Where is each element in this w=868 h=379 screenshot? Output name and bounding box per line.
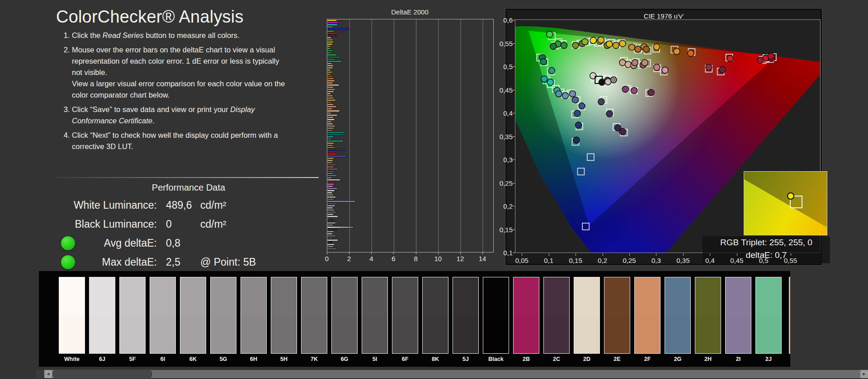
swatch-5G[interactable] [210,277,236,354]
swatch-actual [726,277,751,315]
swatch-2I[interactable] [725,277,751,354]
metric-extra: @ Point: 5B [200,256,329,268]
error-bar [327,82,333,84]
right-arrow-icon: ► [862,371,867,376]
swatch-Black[interactable] [483,277,509,354]
measured-point [582,38,588,45]
error-bar [327,250,332,252]
swatch-2G[interactable] [665,277,691,354]
cie-x-tick-label: 0,4 [705,257,715,264]
swatch-label: 2J [753,356,784,362]
axis-tick-label: 0 [325,255,329,262]
error-bar [327,84,339,86]
swatch-2B[interactable] [513,277,539,354]
performance-rows: White Luminance:489,6cd/m²Black Luminanc… [48,196,329,271]
swatch-label: 6G [329,356,360,362]
color-comparator: Actual Target White6J5F6I6K5G6H5H7K6G5I6… [39,271,790,367]
error-bar [327,56,340,58]
swatch-2J[interactable] [755,277,782,354]
swatch-label: Black [480,356,512,362]
swatch-6J[interactable] [89,277,115,354]
measured-point [648,89,654,96]
swatch-actual [756,277,781,315]
swatch-2E[interactable] [604,277,630,354]
swatch-6I[interactable] [150,277,176,354]
swatch-target [514,315,539,353]
cie-y-tick [513,90,515,90]
swatch-target [483,315,509,353]
cie-x-tick-label: 0,3 [651,257,661,264]
swatch-target [90,315,115,353]
swatch-partial[interactable] [789,277,790,354]
error-bar [327,99,335,101]
cie-y-tick-label: 0,5 [495,63,513,70]
swatch-5F[interactable] [119,277,146,354]
axis-tick-label: 4 [369,255,373,262]
performance-row: Avg deltaE:0,8 [48,234,329,253]
error-bar [327,46,330,47]
cie-y-tick [513,159,515,160]
measured-point [654,64,660,70]
scroll-right-button[interactable]: ► [860,370,868,378]
axis-tick [416,252,416,254]
error-bar [327,91,334,92]
measured-point [706,64,712,70]
swatch-5H[interactable] [271,277,297,354]
cie-x-tick-label: 0,25 [623,257,636,264]
swatch-5J[interactable] [453,277,479,354]
error-bar [327,173,334,174]
error-bar [327,225,333,226]
page-title: ColorChecker® Analysis [56,7,244,27]
swatch-6G[interactable] [331,277,358,354]
error-bar [327,162,332,163]
scrollbar-thumb[interactable] [53,370,152,378]
error-bar [327,233,332,234]
swatch-6H[interactable] [241,277,267,354]
error-bar [327,194,334,196]
measured-point [569,91,576,97]
swatch-2D[interactable] [574,277,600,354]
swatch-target [695,315,721,353]
cie-y-tick-label: 0,4 [495,109,513,117]
deltae-bars[interactable] [327,19,493,252]
error-bar [327,39,333,41]
swatch-label: 5H [268,356,300,362]
error-bar [327,76,333,77]
cie-y-tick-label: 0,1 [495,249,513,257]
swatch-actual [150,277,175,315]
measured-point [662,67,668,73]
swatch-6K[interactable] [180,277,206,354]
swatch-7K[interactable] [301,277,327,354]
swatch-2H[interactable] [695,277,721,354]
axis-tick-label: 10 [434,255,442,262]
swatch-6F[interactable] [392,277,418,354]
measured-point [619,128,626,135]
swatch-actual [635,277,660,315]
cie-x-tick [576,253,576,256]
swatch-target [332,315,357,353]
error-bar [327,214,334,215]
axis-tick [438,252,439,254]
swatch-5I[interactable] [362,277,388,354]
swatch-target [392,315,418,353]
measured-point [768,53,774,59]
error-bar [327,48,330,49]
swatch-actual [544,277,569,315]
cie-y-tick-label: 0,55 [495,39,513,47]
error-bar [327,134,344,135]
measured-point [606,41,613,47]
swatch-8K[interactable] [422,277,448,354]
measured-point [727,55,733,61]
horizontal-scrollbar[interactable]: ◄ ► [44,370,868,378]
cie-x-tick [629,253,630,256]
axis-tick [393,252,394,254]
swatch-White[interactable] [59,277,85,354]
error-bar [327,220,334,221]
cie-y-tick-label: 0,25 [495,179,513,187]
swatch-2C[interactable] [543,277,570,354]
measured-point [632,60,638,66]
swatch-2F[interactable] [634,277,660,354]
deltae-bar-chart[interactable] [327,19,494,253]
scroll-left-button[interactable]: ◄ [44,370,52,378]
error-bar [327,198,334,200]
